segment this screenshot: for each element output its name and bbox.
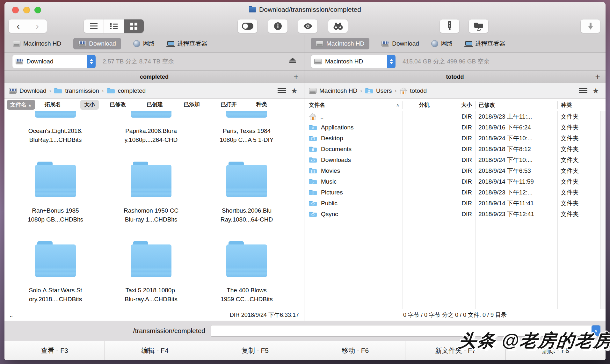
column-header-filename[interactable]: 文件名∧ (304, 101, 403, 109)
file-row[interactable]: Public DIR 2018/9/14 下午11:41 文件夹 (304, 198, 606, 209)
forward-button[interactable]: › (28, 19, 47, 33)
dual-pane-area: Macintosh HD Download 网络 进程查看器 (4, 35, 606, 321)
breadcrumb-segment[interactable]: totodd (410, 87, 427, 94)
left-file-area: Ocean's.Eight.2018.BluRay.1...CHDBits Pa… (4, 111, 304, 309)
quicklook-button[interactable] (298, 19, 318, 33)
folder-tile[interactable]: The 400 Blows1959 CC...CHDBits (199, 241, 294, 309)
left-tab-macintosh-hd[interactable]: Macintosh HD (13, 40, 61, 47)
minimize-button[interactable] (23, 7, 30, 13)
right-folder-tab[interactable]: totodd (446, 74, 464, 80)
hard-drive-icon (316, 41, 323, 47)
file-row[interactable]: Documents DIR 2018/9/18 下午8:12 文件夹 (304, 144, 606, 155)
laptop-icon (167, 41, 174, 46)
column-header-added[interactable]: 已添加 (184, 101, 200, 108)
folder-tile[interactable]: Shortbus.2006.BluRay.1080...64-CHD (199, 162, 294, 241)
left-drive-selector[interactable]: Download (12, 55, 96, 68)
breadcrumb-segment[interactable]: Macintosh HD (319, 87, 357, 94)
column-header-created[interactable]: 已创建 (147, 101, 163, 108)
folder-icon (131, 162, 171, 197)
file-row[interactable]: Pictures DIR 2018/9/23 下午12:... 文件夹 (304, 187, 606, 198)
close-button[interactable] (12, 7, 19, 13)
left-new-tab-button[interactable]: + (291, 72, 301, 82)
archive-button[interactable] (439, 19, 460, 33)
downloads-queue-button[interactable] (580, 19, 600, 33)
toolbar: ‹ › (4, 17, 606, 35)
right-favorites-button[interactable]: ★ (592, 86, 599, 95)
breadcrumb-segment[interactable]: Download (19, 87, 47, 94)
column-header-kind[interactable]: 种类 (256, 101, 267, 108)
column-header-modified[interactable]: 已修改 (110, 101, 126, 108)
drive-stepper[interactable] (387, 55, 396, 68)
right-status-bar: 0 字节 / 0 字节 分之 0 / 0 文件. 0 / 9 目录 (304, 309, 606, 321)
column-header-modified[interactable]: 已修改 (475, 101, 557, 109)
eye-icon (303, 23, 313, 30)
folder-tile[interactable]: Rashomon 1950 CCBlu-ray 1...CHDBits (103, 162, 199, 241)
left-favorites-button[interactable]: ★ (291, 86, 298, 95)
grid-view-button[interactable] (124, 19, 144, 33)
sort-ascending-icon: ▲ (28, 103, 32, 107)
tab-label: Download (89, 40, 116, 47)
drive-name: Download (26, 58, 54, 65)
left-tab-download[interactable]: Download (73, 38, 121, 49)
column-header-kind[interactable]: 种类 (557, 101, 606, 109)
left-tab-process-viewer[interactable]: 进程查看器 (167, 40, 207, 48)
eject-button[interactable] (289, 58, 296, 64)
column-header-size[interactable]: 大小 (433, 101, 475, 109)
folder-tile[interactable]: Taxi.5.2018.1080p.Blu-ray.A...CHDBits (103, 241, 199, 309)
hard-drive-icon (13, 41, 20, 47)
file-row[interactable]: AApplications DIR 2018/9/16 下午6:24 文件夹 (304, 122, 606, 133)
column-header-filename[interactable]: 文件名 ▲ (7, 100, 35, 110)
network-connect-button[interactable] (468, 19, 489, 33)
right-new-tab-button[interactable]: + (593, 72, 602, 82)
move-f6-button[interactable]: 移动 - F6 (305, 341, 405, 360)
info-button[interactable] (268, 19, 288, 33)
left-folder-tab[interactable]: completed (140, 74, 169, 80)
folder-tile[interactable]: Ocean's.Eight.2018.BluRay.1...CHDBits (8, 111, 103, 162)
copy-f5-button[interactable]: 复制 - F5 (205, 341, 305, 360)
zoom-button[interactable] (34, 7, 41, 13)
folder-tile[interactable]: Paprika.2006.Bluray.1080p....264-CHD (103, 111, 199, 162)
column-header-size[interactable]: 大小 (80, 100, 99, 110)
breadcrumb-segment[interactable]: completed (118, 87, 146, 94)
column-header-opened[interactable]: 已打开 (221, 101, 237, 108)
drive-stepper[interactable] (87, 55, 96, 68)
pictures-folder-icon (309, 189, 317, 196)
edit-f4-button[interactable]: 编辑 - F4 (105, 341, 205, 360)
view-f3-button[interactable]: 查看 - F3 (4, 341, 105, 360)
folder-tile[interactable]: Solo.A.Star.Wars.Story.2018....CHDBits (8, 241, 103, 309)
dual-pane-toggle-button[interactable] (237, 19, 258, 33)
right-view-options-button[interactable] (579, 88, 587, 94)
right-folder-tab-strip: totodd + (304, 71, 606, 83)
applications-folder-icon: A (309, 124, 317, 131)
file-row[interactable]: Qsync DIR 2018/9/23 下午12:41 文件夹 (304, 209, 606, 220)
folder-tile[interactable]: Ran+Bonus 19851080p GB...CHDBits (8, 162, 103, 241)
detail-view-button[interactable] (104, 19, 124, 33)
left-view-options-button[interactable] (278, 88, 286, 94)
file-row[interactable]: Downloads DIR 2018/9/24 下午10:... 文件夹 (304, 155, 606, 165)
list-view-button[interactable] (84, 19, 104, 33)
breadcrumb-segment[interactable]: Users (376, 87, 392, 94)
file-row-parent[interactable]: .. DIR 2018/9/23 上午11:... 文件夹 (304, 111, 606, 122)
folder-tile[interactable]: Paris, Texas 19841080p C...A 5 1-DIY (199, 111, 294, 162)
chevron-down-icon (390, 62, 393, 64)
left-tab-network[interactable]: 网络 (133, 40, 155, 48)
file-row[interactable]: ♪Music DIR 2018/9/14 下午11:59 文件夹 (304, 176, 606, 187)
right-tab-download[interactable]: Download (381, 40, 419, 47)
file-row[interactable]: Movies DIR 2018/9/24 下午6:53 文件夹 (304, 165, 606, 176)
grid-view-icon (130, 23, 137, 30)
folder-icon (226, 241, 267, 277)
search-button[interactable] (328, 19, 348, 33)
column-header-extension[interactable]: 拓展名 (45, 101, 61, 108)
left-status-bar: .. DIR 2018/9/24 下午6:33:17 (4, 309, 304, 321)
right-tab-macintosh-hd[interactable]: Macintosh HD (311, 38, 369, 49)
right-tab-process-viewer[interactable]: 进程查看器 (465, 40, 505, 48)
right-drive-selector[interactable]: Macintosh HD (311, 55, 396, 68)
column-header-extension[interactable]: 分机 (403, 101, 433, 109)
chevron-up-icon (90, 59, 93, 61)
back-button[interactable]: ‹ (9, 19, 28, 33)
right-tab-network[interactable]: 网络 (431, 40, 453, 48)
window-title: Download/transmission/completed (259, 6, 361, 13)
breadcrumb-segment[interactable]: transmission (65, 87, 99, 94)
file-row[interactable]: Desktop DIR 2018/9/24 下午10:... 文件夹 (304, 133, 606, 144)
hard-drive-icon (309, 88, 316, 94)
